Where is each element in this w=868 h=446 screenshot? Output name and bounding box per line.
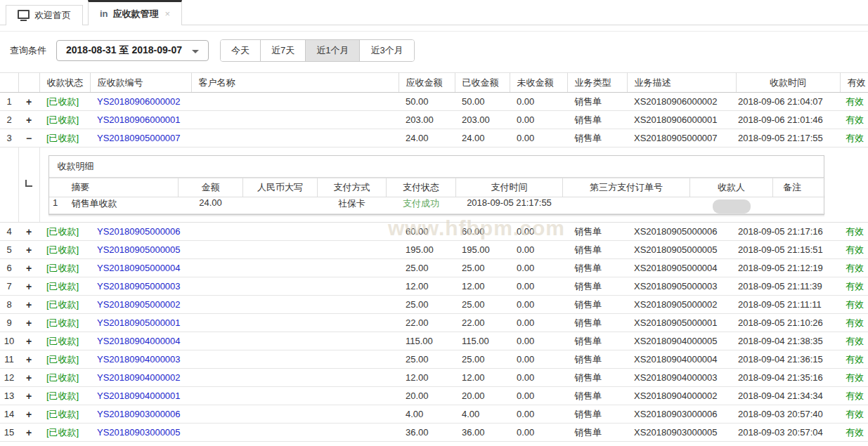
- unreceived-amount-cell: 0.00: [510, 405, 567, 424]
- table-row: 5+[已收款]YS20180905000005195.00195.000.00销…: [0, 241, 868, 259]
- received-amount-cell: 4.00: [455, 405, 510, 424]
- time-cell: 2018-09-04 21:38:35: [736, 332, 840, 350]
- detail-col-header-remark: 备注: [773, 178, 825, 197]
- table-header-row: 收款状态应收款编号客户名称应收金额已收金额未收金额业务类型业务描述收款时间有效: [0, 73, 868, 93]
- quick-range-button[interactable]: 近1个月: [306, 40, 360, 61]
- biz-type-cell: 销售单: [567, 93, 627, 111]
- row-index: 1: [0, 93, 18, 111]
- receivable-code-link[interactable]: YS20180905000002: [97, 299, 181, 310]
- expand-connector-icon: [25, 180, 32, 187]
- unreceived-amount-cell: 0.00: [510, 296, 567, 314]
- receivable-amount-cell: 195.00: [399, 241, 455, 259]
- customer-cell: [191, 223, 399, 241]
- expand-toggle[interactable]: +: [26, 281, 32, 292]
- valid-cell: 有效: [840, 129, 868, 147]
- receivable-code-link[interactable]: YS20180904000001: [97, 391, 181, 401]
- time-cell: 2018-09-06 21:04:07: [736, 93, 840, 111]
- biz-desc-cell: XS20180904000002: [627, 387, 736, 405]
- time-cell: 2018-09-04 21:34:34: [736, 387, 840, 405]
- expand-toggle[interactable]: +: [26, 299, 32, 310]
- customer-cell: [191, 277, 399, 296]
- detail-col-header-amount_cn: 人民币大写: [243, 178, 318, 197]
- time-cell: 2018-09-05 21:11:11: [736, 296, 840, 314]
- receivable-code-link[interactable]: YS20180905000006: [97, 226, 181, 237]
- receivable-code-link[interactable]: YS20180904000004: [97, 336, 181, 346]
- biz-type-cell: 销售单: [567, 387, 627, 405]
- detail-col-header-amount: 金额: [179, 178, 243, 197]
- code-cell: YS20180904000004: [90, 332, 191, 350]
- quick-range-button[interactable]: 近7天: [261, 40, 306, 61]
- valid-cell: 有效: [840, 296, 868, 314]
- received-amount-cell: 25.00: [455, 296, 510, 314]
- customer-cell: [191, 424, 399, 442]
- received-amount-cell: 20.00: [455, 387, 510, 405]
- customer-cell: [191, 93, 399, 111]
- received-amount-cell: 24.00: [455, 129, 510, 147]
- unreceived-amount-cell: 0.00: [510, 332, 567, 350]
- tab-receivables[interactable]: in 应收款管理 ×: [88, 0, 182, 25]
- unreceived-amount-cell: 0.00: [510, 93, 567, 111]
- date-range-select[interactable]: 2018-08-31 至 2018-09-07: [56, 40, 209, 61]
- expand-toggle[interactable]: −: [26, 133, 32, 144]
- expand-toggle[interactable]: +: [26, 409, 32, 420]
- expand-toggle[interactable]: +: [26, 336, 32, 347]
- receivable-code-link[interactable]: YS20180905000003: [97, 281, 181, 291]
- expand-cell: +: [18, 369, 39, 387]
- expand-cell: +: [18, 259, 39, 277]
- expand-toggle[interactable]: +: [26, 96, 32, 107]
- row-index: 5: [0, 241, 18, 259]
- expand-toggle[interactable]: +: [26, 427, 32, 438]
- expand-cell: +: [18, 223, 39, 241]
- quick-range-button[interactable]: 今天: [221, 40, 261, 61]
- table-row: 15+[已收款]YS2018090300000536.0036.000.00销售…: [0, 424, 868, 442]
- close-icon[interactable]: ×: [165, 8, 171, 19]
- receivable-code-link[interactable]: YS20180903000005: [97, 427, 181, 438]
- unreceived-amount-cell: 0.00: [510, 277, 567, 296]
- expand-toggle[interactable]: +: [26, 244, 32, 256]
- col-header-unreceived: 未收金额: [510, 73, 567, 93]
- expand-toggle[interactable]: +: [26, 372, 32, 383]
- expand-toggle[interactable]: +: [26, 354, 32, 365]
- receivable-code-link[interactable]: YS20180904000003: [97, 354, 181, 365]
- receivable-code-link[interactable]: YS20180905000001: [97, 317, 181, 328]
- biz-desc-cell: XS20180905000004: [627, 259, 736, 277]
- expand-cell: +: [18, 296, 39, 314]
- time-cell: 2018-09-03 20:57:40: [736, 405, 840, 424]
- expand-cell: +: [18, 111, 39, 129]
- tab-welcome[interactable]: 欢迎首页: [6, 5, 83, 25]
- code-cell: YS20180905000002: [90, 296, 191, 314]
- receivable-code-link[interactable]: YS20180906000001: [97, 114, 181, 125]
- valid-cell: 有效: [840, 350, 868, 369]
- time-cell: 2018-09-05 21:17:16: [736, 223, 840, 241]
- expand-toggle[interactable]: +: [26, 114, 32, 126]
- detail-data-row: 1销售单收款24.00社保卡支付成功2018-09-05 21:17:55: [49, 197, 825, 214]
- receivable-code-link[interactable]: YS20180905000004: [97, 263, 181, 273]
- receivable-code-link[interactable]: YS20180906000002: [97, 96, 181, 107]
- col-header-status: 收款状态: [39, 73, 90, 93]
- quick-range-button[interactable]: 近3个月: [360, 40, 413, 61]
- receivable-code-link[interactable]: YS20180903000006: [97, 409, 181, 419]
- receivable-code-link[interactable]: YS20180904000002: [97, 372, 181, 383]
- row-index: 4: [0, 223, 18, 241]
- receivable-amount-cell: 60.00: [399, 223, 455, 241]
- receivable-code-link[interactable]: YS20180905000005: [97, 244, 181, 255]
- code-cell: YS20180904000001: [90, 387, 191, 405]
- expand-toggle[interactable]: +: [26, 226, 32, 237]
- biz-type-cell: 销售单: [567, 369, 627, 387]
- biz-type-cell: 销售单: [567, 223, 627, 241]
- received-amount-cell: 25.00: [455, 259, 510, 277]
- table-row: 13+[已收款]YS2018090400000120.0020.000.00销售…: [0, 387, 868, 405]
- expand-toggle[interactable]: +: [26, 391, 32, 402]
- received-amount-cell: 12.00: [455, 369, 510, 387]
- detail-amount-cell: 24.00: [179, 197, 243, 214]
- expand-toggle[interactable]: +: [26, 263, 32, 274]
- time-cell: 2018-09-04 21:36:15: [736, 350, 840, 369]
- content-area: 查询条件 2018-08-31 至 2018-09-07 今天近7天近1个月近3…: [0, 31, 868, 442]
- table-row: 1+[已收款]YS2018090600000250.0050.000.00销售单…: [0, 93, 868, 111]
- valid-cell: 有效: [840, 387, 868, 405]
- receivable-code-link[interactable]: YS20180905000007: [97, 133, 181, 143]
- code-cell: YS20180906000001: [90, 111, 191, 129]
- filter-bar: 查询条件 2018-08-31 至 2018-09-07 今天近7天近1个月近3…: [0, 32, 868, 62]
- expand-toggle[interactable]: +: [26, 317, 32, 329]
- customer-cell: [191, 405, 399, 424]
